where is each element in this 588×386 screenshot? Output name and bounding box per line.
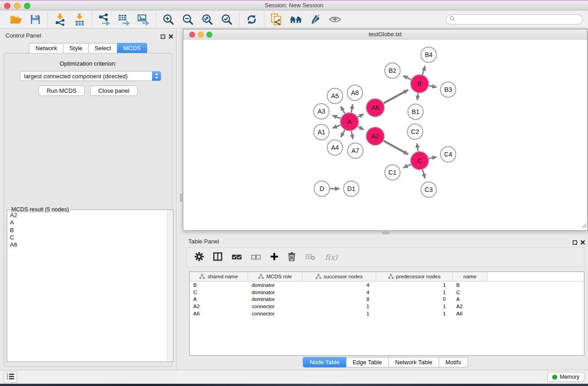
graph-edge-C-C1[interactable] — [403, 164, 411, 167]
graph-node-D[interactable]: D — [314, 181, 330, 196]
close-panel-icon[interactable] — [580, 238, 585, 247]
tab-network-table[interactable]: Network Table — [389, 357, 439, 367]
column-header-name[interactable]: name — [453, 272, 488, 281]
close-panel-icon[interactable] — [168, 33, 173, 41]
close-panel-button[interactable]: Close panel — [90, 86, 138, 96]
graph-edge-A-A5[interactable] — [341, 106, 345, 114]
tab-select[interactable]: Select — [89, 43, 117, 53]
tab-motifs[interactable]: Motifs — [439, 357, 468, 367]
search-field[interactable] — [446, 14, 583, 24]
graph-edge-A-A6[interactable] — [358, 114, 363, 117]
minimize-window-button[interactable] — [14, 3, 20, 9]
graph-edge-B-B4[interactable] — [422, 66, 425, 75]
graph-edge-B-B1[interactable] — [417, 93, 418, 100]
graph-node-B3[interactable]: B3 — [440, 82, 456, 97]
graph-node-B[interactable]: B — [411, 75, 429, 93]
tab-node-table[interactable]: Node Table — [303, 357, 346, 367]
table-row[interactable]: A2connector11A2 — [190, 303, 584, 310]
hide-graphics-details-icon[interactable] — [309, 13, 322, 26]
table-row[interactable]: Cdominator41C — [190, 289, 584, 296]
graph-edge-A6-B[interactable] — [384, 90, 408, 103]
graph-node-C1[interactable]: C1 — [385, 165, 400, 180]
graph-node-A1[interactable]: A1 — [314, 124, 329, 140]
graph-edge-C-C3[interactable] — [422, 170, 425, 178]
delete-table-icon[interactable] — [305, 253, 316, 262]
mcds-result-item[interactable]: A2 — [7, 212, 167, 219]
table-row[interactable]: Bdominator41B — [190, 281, 584, 289]
import-network-icon[interactable] — [54, 13, 67, 26]
delete-column-icon[interactable] — [288, 252, 296, 263]
window-resize-grip[interactable] — [580, 222, 587, 230]
graph-node-B2[interactable]: B2 — [385, 63, 400, 78]
table-row[interactable]: Adominator80A — [190, 296, 584, 303]
add-column-icon[interactable] — [270, 253, 278, 262]
show-graphics-details-icon[interactable] — [329, 13, 341, 26]
save-session-icon[interactable] — [29, 13, 42, 26]
column-header-shared-name[interactable]: shared name — [190, 272, 248, 281]
export-table-icon[interactable] — [118, 13, 130, 26]
column-header-predecessor-nodes[interactable]: predecessor nodes — [376, 272, 453, 281]
search-input[interactable] — [455, 15, 582, 24]
task-history-button[interactable] — [4, 372, 17, 383]
graph-edge-A-A2[interactable] — [358, 126, 363, 130]
graph-node-A5[interactable]: A5 — [327, 88, 343, 104]
graph-node-A2[interactable]: A2 — [366, 127, 384, 145]
network-canvas[interactable]: B4B2BB3A8A5A6A3B1AA1C2A2A4A7C4CC1DD1C3 — [183, 40, 587, 230]
graph-node-A6[interactable]: A6 — [366, 99, 384, 117]
network-minimize-button[interactable] — [198, 32, 204, 38]
zoom-in-icon[interactable] — [162, 13, 175, 26]
graph-node-C[interactable]: C — [411, 152, 429, 170]
clone-network-icon[interactable] — [270, 13, 283, 26]
table-settings-icon[interactable] — [195, 252, 204, 263]
zoom-window-button[interactable] — [24, 3, 30, 9]
export-network-icon[interactable] — [98, 13, 111, 26]
zoom-fit-icon[interactable] — [201, 13, 214, 26]
mcds-result-item[interactable]: A — [7, 219, 167, 226]
graph-node-C4[interactable]: C4 — [440, 147, 456, 162]
mcds-result-item[interactable]: A6 — [7, 241, 167, 248]
result-scrollbar[interactable] — [167, 210, 172, 361]
run-mcds-button[interactable]: Run MCDS — [38, 86, 85, 96]
tab-style[interactable]: Style — [63, 43, 89, 53]
function-builder-icon[interactable]: f(x) — [325, 253, 337, 262]
graph-node-A3[interactable]: A3 — [314, 104, 329, 119]
graph-edge-A-A8[interactable] — [351, 105, 353, 113]
close-window-button[interactable] — [4, 3, 10, 9]
optimization-select[interactable]: largest connected component (directed) — [20, 71, 161, 81]
deselect-all-icon[interactable] — [251, 253, 261, 262]
graph-node-B1[interactable]: B1 — [408, 104, 423, 119]
first-neighbors-icon[interactable] — [290, 13, 302, 26]
column-header-successor-nodes[interactable]: successor nodes — [302, 272, 376, 281]
graph-node-C3[interactable]: C3 — [421, 182, 436, 197]
tab-network[interactable]: Network — [29, 43, 63, 53]
float-panel-icon[interactable] — [573, 238, 577, 247]
graph-node-B4[interactable]: B4 — [421, 47, 436, 62]
graph-edge-A-A7[interactable] — [351, 131, 353, 139]
column-header-mcds-role[interactable]: MCDS role — [248, 272, 302, 281]
graph-edge-B-B2[interactable] — [403, 76, 411, 80]
graph-node-A7[interactable]: A7 — [348, 143, 363, 158]
import-table-icon[interactable] — [73, 13, 86, 26]
graph-node-C2[interactable]: C2 — [407, 124, 423, 139]
network-window-titlebar[interactable]: testGlobe.txt — [183, 29, 587, 40]
float-panel-icon[interactable] — [161, 33, 165, 41]
tab-mcds[interactable]: MCDS — [117, 43, 147, 53]
tab-edge-table[interactable]: Edge Table — [346, 357, 389, 367]
zoom-selected-icon[interactable] — [220, 13, 233, 26]
graph-edge-C-C2[interactable] — [417, 143, 418, 152]
graph-edge-A-A4[interactable] — [341, 130, 345, 137]
graph-node-D1[interactable]: D1 — [344, 181, 359, 196]
select-all-icon[interactable] — [232, 253, 242, 262]
memory-button[interactable]: Memory — [547, 372, 584, 382]
open-file-icon[interactable] — [10, 13, 22, 26]
refresh-icon[interactable] — [245, 13, 258, 26]
table-row[interactable]: A6connector11A6 — [190, 310, 584, 317]
network-close-button[interactable] — [189, 32, 195, 38]
graph-edge-C-C4[interactable] — [429, 157, 437, 159]
desktop-vertical-scrollbar[interactable] — [180, 194, 183, 201]
graph-node-A8[interactable]: A8 — [347, 85, 363, 100]
graph-node-A[interactable]: A — [340, 113, 359, 131]
graph-edge-A2-C[interactable] — [383, 141, 408, 154]
network-zoom-button[interactable] — [206, 32, 212, 38]
mcds-result-item[interactable]: C — [7, 234, 167, 241]
